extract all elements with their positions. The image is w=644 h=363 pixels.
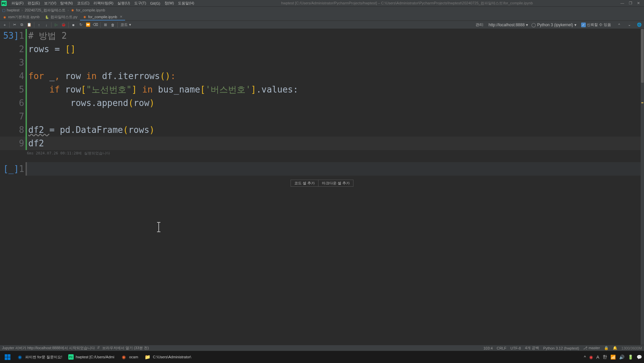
code-line[interactable]: 53]1# 방법 2 [0, 29, 644, 42]
tab-xsm[interactable]: ◉ xsm기본좌표.ipynb [0, 13, 42, 21]
breadcrumb-project[interactable]: hwptest [7, 8, 20, 12]
chevron-right-icon: › [22, 8, 23, 12]
chevron-down-icon: ▾ [574, 23, 576, 27]
add-markdown-cell-button[interactable]: 마크다운 셀 추가 [318, 180, 353, 187]
stop-button[interactable]: ■ [70, 22, 77, 28]
menu-help[interactable]: 도움말(H) [176, 1, 196, 6]
line-ending[interactable]: CRLF [497, 346, 506, 350]
input-mode-icon[interactable]: A [596, 355, 599, 360]
taskbar-explorer[interactable]: 📁 C:\Users\Administrator\ [142, 352, 194, 362]
jupyter-file-icon: ◉ [83, 15, 87, 19]
status-sep: // [98, 346, 100, 351]
breadcrumb: ▢ hwptest › 20240725_컴파일테스트 › ◉ for_comp… [0, 7, 644, 13]
scrollbar-thumb[interactable] [641, 29, 644, 83]
start-button[interactable] [2, 353, 13, 361]
exec-count: [_] [3, 164, 19, 174]
code-line[interactable]: 3 [0, 56, 644, 69]
taskbar-label: C:\Users\Administrator\ [153, 355, 191, 359]
menu-file[interactable]: 파일(F) [9, 1, 26, 6]
battery-icon[interactable]: 🔋 [628, 355, 633, 360]
chevron-up-icon[interactable]: ^ [616, 22, 622, 28]
clear-output-button[interactable]: ⌫ [92, 22, 99, 28]
bell-icon[interactable]: 🔔 [613, 346, 617, 350]
menu-window[interactable]: 창(W) [162, 1, 176, 6]
taskbar-label: ocam [129, 355, 138, 359]
menu-git[interactable]: Git(G) [148, 1, 162, 5]
browser-open-link[interactable]: 브라우저에서 열기 (33분 전) [102, 346, 149, 351]
memory-indicator[interactable]: 1300/3600M [621, 346, 642, 350]
line-number: 1 [19, 31, 24, 41]
code-line[interactable]: 8df2 = pd.DataFrame(rows) [0, 123, 644, 137]
taskbar-edge[interactable]: ◉ 파이썬 for문 질문이요! [14, 352, 65, 362]
vertical-scrollbar[interactable] [641, 29, 644, 345]
restart-button[interactable]: ↻ [77, 22, 84, 28]
breadcrumb-folder[interactable]: 20240725_컴파일테스트 [25, 8, 66, 13]
add-code-cell-button[interactable]: 코드 셀 추가 [291, 180, 318, 187]
tab-compile-py[interactable]: 🐍 컴파일테스트.py [42, 13, 80, 21]
code-line[interactable]: 9df2 [0, 137, 644, 150]
volume-icon[interactable]: 🔊 [619, 355, 624, 360]
code-line[interactable]: 7 [0, 110, 644, 123]
move-up-button[interactable]: ↑ [36, 22, 42, 28]
cell-type-dropdown[interactable]: 코드 ▾ [119, 22, 132, 27]
python-interpreter[interactable]: Python 3.12 (hwptest) [543, 346, 579, 350]
edge-icon: ◉ [16, 354, 23, 360]
chevron-down-icon: ▾ [526, 23, 528, 27]
notification-icon[interactable]: 💬 [637, 355, 642, 360]
chevron-down-icon[interactable]: ⌄ [626, 22, 633, 28]
server-status[interactable]: Jupyter 서버가 http://localhost:8888에서 시작되었… [2, 346, 95, 351]
ime-icon[interactable]: 한 [603, 354, 607, 360]
empty-code-cell[interactable]: [_]1 [0, 162, 644, 176]
tab-label: xsm기본좌표.ipynb [8, 14, 40, 20]
code-line[interactable]: 6 rows.append(row) [0, 96, 644, 110]
line-number: 9 [19, 138, 24, 148]
delete-button[interactable]: 🗑 [109, 22, 116, 28]
recording-icon[interactable]: ◉ [589, 355, 593, 360]
code-line[interactable]: 2rows = [] [0, 42, 644, 56]
menu-navigate[interactable]: 탐색(N) [58, 1, 75, 6]
run-cell-button[interactable]: ▷ [53, 22, 60, 28]
tab-for-compile[interactable]: ◉ for_compile.ipynb ✕ [80, 13, 125, 21]
python-file-icon: 🐍 [45, 15, 49, 19]
menu-view[interactable]: 보기(V) [42, 1, 59, 6]
minimize-icon[interactable]: — [620, 1, 624, 5]
cell-type-label: 코드 [120, 22, 128, 27]
manage-label: 관리: [474, 22, 485, 27]
git-branch[interactable]: ⎇ master [583, 346, 600, 350]
close-icon[interactable]: ✕ [637, 1, 640, 5]
line-number: 4 [19, 71, 24, 81]
menu-edit[interactable]: 편집(E) [26, 1, 42, 6]
variables-button[interactable]: ⊞ [102, 22, 109, 28]
tray-chevron-up-icon[interactable]: ^ [584, 355, 586, 360]
lock-icon[interactable]: 🔒 [604, 346, 609, 350]
menu-refactor[interactable]: 리팩터링(R) [91, 1, 115, 6]
indent-setting[interactable]: 4개 공백 [525, 346, 539, 351]
code-line[interactable]: 4for _, row in df.iterrows(): [0, 69, 644, 83]
run-all-button[interactable]: ⏩ [85, 22, 91, 28]
cursor-position[interactable]: 103:4 [484, 346, 493, 350]
menu-code[interactable]: 코드(C) [75, 1, 91, 6]
ocam-icon: ◉ [120, 354, 127, 360]
menu-tools[interactable]: 도구(T) [132, 1, 148, 6]
debug-cell-button[interactable]: 🐞 [60, 22, 67, 28]
wifi-icon[interactable]: 📶 [610, 355, 616, 360]
server-dropdown[interactable]: http://localhost:8888 ▾ [489, 23, 528, 27]
taskbar-pycharm[interactable]: PC hwptest [C:/Users/Admi [66, 353, 117, 361]
code-line[interactable]: 5 if row["노선번호"] in bus_name['버스번호'].val… [0, 83, 644, 96]
close-tab-icon[interactable]: ✕ [120, 15, 122, 19]
move-down-button[interactable]: ↓ [43, 22, 50, 28]
taskbar-ocam[interactable]: ◉ ocam [118, 352, 141, 362]
code-cell[interactable]: 53]1# 방법 22rows = []34for _, row in df.i… [0, 29, 644, 155]
cut-button[interactable]: ✂ [11, 22, 18, 28]
copy-button[interactable]: ⧉ [18, 22, 25, 28]
maximize-icon[interactable]: ❐ [629, 1, 632, 5]
trust-checkbox[interactable]: ✓ 신뢰할 수 있음 [580, 22, 612, 27]
add-cell-button[interactable]: + [1, 22, 8, 28]
file-encoding[interactable]: UTF-8 [510, 346, 521, 350]
tab-label: 컴파일테스트.py [50, 14, 78, 20]
menu-run[interactable]: 실행(U) [115, 1, 132, 6]
breadcrumb-file[interactable]: for_compile.ipynb [76, 8, 105, 12]
paste-button[interactable]: 📋 [26, 22, 33, 28]
kernel-dropdown[interactable]: ◯ Python 3 (ipykernel) ▾ [531, 23, 576, 27]
globe-icon[interactable]: 🌐 [636, 22, 643, 28]
